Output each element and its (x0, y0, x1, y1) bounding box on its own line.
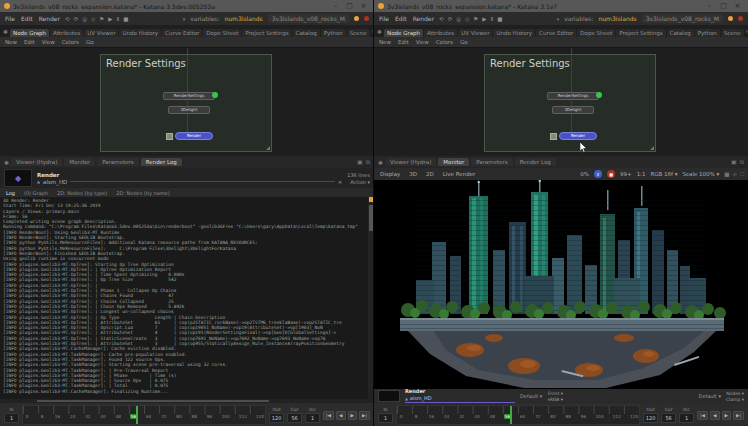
popout-pane-icon[interactable]: ⧉ (740, 158, 744, 166)
increment-field[interactable]: 1 (679, 413, 694, 423)
backdrop-resize-handle[interactable] (266, 146, 270, 150)
render-thumbnail[interactable]: ◆ (4, 169, 32, 187)
default-dropdown[interactable]: Default ▾ (520, 393, 542, 399)
tab[interactable]: Python (695, 29, 720, 37)
pin-pane-icon[interactable]: ▣ (357, 158, 363, 166)
backdrop-resize-handle[interactable] (650, 146, 654, 150)
render-pass-name[interactable]: alsm_HD (410, 395, 432, 401)
toolbar-icon[interactable]: ◇ (91, 16, 95, 22)
tab[interactable]: Catalog (667, 29, 694, 37)
render-thumbnail[interactable] (378, 390, 400, 402)
tab[interactable]: Project Settings (616, 29, 665, 37)
pane-options-icon[interactable]: ✱ (4, 159, 9, 166)
transport-button[interactable]: ▶| (359, 411, 370, 420)
variables-caret-icon[interactable]: ▾ (557, 16, 560, 22)
nodegraph-menu-item[interactable]: View (416, 39, 429, 45)
pane-options-icon[interactable]: ✱ (3, 28, 8, 35)
tab[interactable]: Curve Editor (536, 29, 576, 37)
in-frame-field[interactable]: 1 (4, 413, 19, 423)
scrollbar-thumb[interactable] (369, 205, 373, 231)
tab[interactable]: Python (321, 29, 346, 37)
default-dropdown[interactable]: Default ▾ (699, 393, 721, 399)
transport-button[interactable]: ▶| (733, 411, 744, 420)
pane-tab[interactable]: Monitor (64, 158, 95, 166)
tab[interactable]: Scene (721, 29, 744, 37)
toolbar-icon[interactable]: Ⅱ (490, 16, 493, 22)
viewed-node-indicator-icon[interactable] (596, 92, 602, 98)
toggle-3d-button[interactable]: 3D (407, 171, 419, 177)
nodegraph-menu-item[interactable]: Edit (398, 39, 409, 45)
nodegraph-menu-item[interactable]: Colors (62, 39, 79, 45)
node-3delight[interactable]: 3Delight (168, 106, 210, 114)
render-log-subtab[interactable]: Log (6, 190, 15, 196)
action-dropdown[interactable]: Action ▾ (350, 179, 370, 185)
pane-tab[interactable]: Render Log (141, 158, 182, 166)
toolbar-icon[interactable]: ◎ (82, 16, 87, 22)
toolbar-icon[interactable]: ◎ (456, 16, 461, 22)
toolbar-icon[interactable]: ⚑ (99, 16, 104, 22)
playhead[interactable] (510, 406, 512, 424)
tab[interactable]: Dope Sheet (577, 29, 615, 37)
menu-item[interactable]: File (5, 15, 15, 22)
render-log-subtab[interactable]: (0) Graph (24, 190, 48, 196)
scale-dropdown[interactable]: Scale 100% ▾ (683, 171, 720, 177)
menu-item[interactable]: Render (413, 15, 434, 22)
variables-value[interactable]: num3islands (225, 15, 263, 22)
minimize-button[interactable]: – (329, 1, 342, 12)
pause-render-icon[interactable]: Ⅱ (594, 170, 602, 178)
nodegraph-menu-item[interactable]: New (5, 39, 17, 45)
variables-caret-icon[interactable]: ▾ (183, 16, 186, 22)
pane-tab[interactable]: Render Log (515, 158, 556, 166)
tab[interactable]: Attributes (424, 29, 457, 37)
scroll-up-arrow[interactable] (369, 197, 373, 202)
node-3delight[interactable]: 3Delight (552, 106, 594, 114)
transport-button[interactable]: |◀ (323, 411, 334, 420)
toolbar-icon[interactable]: ■ (123, 16, 128, 22)
toolbar-icon[interactable]: ▶ (108, 16, 112, 22)
node-render-flag-icon[interactable] (550, 133, 557, 140)
menu-item[interactable]: Edit (21, 15, 33, 22)
pane-tab[interactable]: Monitor (438, 158, 469, 166)
transport-button[interactable]: ◀ (336, 411, 345, 420)
tab[interactable]: Undo History (493, 29, 535, 37)
in-frame-field[interactable]: 1 (378, 413, 393, 423)
tab[interactable]: Undo History (119, 29, 161, 37)
compare-icon[interactable]: ▦ (724, 171, 729, 178)
render-log-pane[interactable]: 3D Render: RenderStart Time: Fri Dec 13 … (0, 197, 374, 399)
out-frame-field[interactable]: 120 (643, 413, 658, 423)
front-buffer-dropdown[interactable]: Front ▾ (547, 391, 563, 396)
stop-render-icon[interactable]: ■ (607, 170, 615, 178)
tab[interactable]: Scene (347, 29, 370, 37)
render-pass-name[interactable]: alsm_HD (43, 179, 67, 185)
frame-ruler[interactable]: 081624324048566472808896104112120 (396, 405, 640, 425)
titlebar[interactable]: 3v3islands_v08_rocks_expansion.katana* -… (374, 0, 748, 12)
tab[interactable]: Project Settings (242, 29, 291, 37)
titlebar[interactable]: 3v3islands_v08_rocks_expansion.katana* -… (0, 0, 374, 12)
display-dropdown[interactable]: Display (378, 171, 402, 177)
pin-pane-icon[interactable]: ▣ (731, 158, 737, 166)
pane-options-icon[interactable]: ✱ (377, 28, 382, 35)
menu-item[interactable]: Edit (395, 15, 407, 22)
toolbar-icon[interactable]: ◇ (465, 16, 469, 22)
nodes-dropdown[interactable]: Nodes ▾ (726, 391, 744, 396)
expand-icon[interactable]: ⛶ (740, 171, 744, 178)
pane-tab[interactable]: Viewer (Hydra) (385, 158, 436, 166)
maximize-button[interactable]: □ (717, 1, 730, 12)
close-button[interactable]: × (731, 1, 744, 12)
close-button[interactable]: × (357, 1, 370, 12)
zoom-ratio-button[interactable]: 1:1 (637, 171, 646, 177)
transport-button[interactable]: ▶ (722, 411, 731, 420)
transport-button[interactable]: |◀ (697, 411, 708, 420)
channel-dropdown[interactable]: RGB 16f ▾ (650, 171, 677, 177)
transport-button[interactable]: ◀ (710, 411, 719, 420)
nodegraph-canvas[interactable]: Render Settings RenderSettings 3Delight … (374, 47, 748, 156)
maximize-button[interactable]: □ (343, 1, 356, 12)
toolbar-icon[interactable]: ⟳ (448, 16, 453, 22)
toolbar-icon[interactable]: Ⅱ (116, 16, 119, 22)
render-log-subtab[interactable]: 2D: Nodes (by name) (116, 190, 169, 196)
transport-button[interactable]: ▶ (348, 411, 357, 420)
toolbar-icon[interactable]: ⟲ (65, 16, 70, 22)
menu-item[interactable]: Render (39, 15, 60, 22)
tab[interactable]: Attributes (50, 29, 83, 37)
pixel-probe-icon[interactable]: ⊹ (733, 171, 738, 178)
